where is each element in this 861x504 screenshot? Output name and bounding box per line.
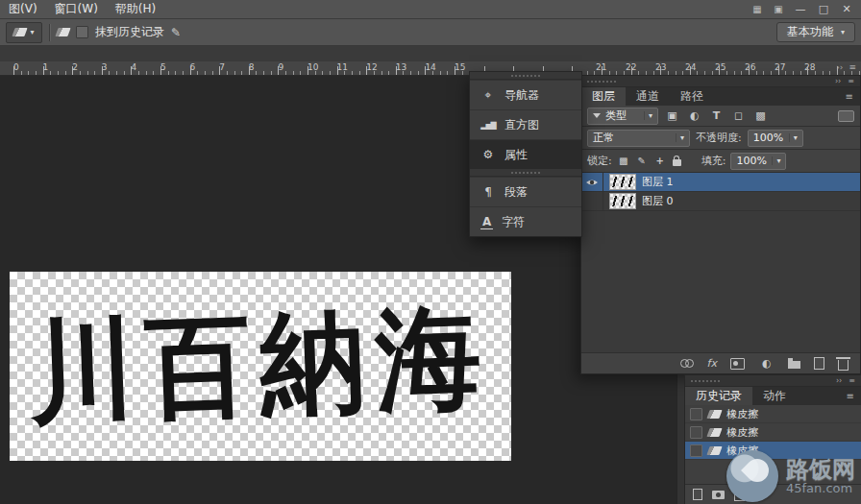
- screen-mode-icon[interactable]: ▣: [769, 4, 788, 14]
- history-step[interactable]: 橡皮擦: [685, 423, 861, 442]
- history-source-checkbox[interactable]: [690, 426, 702, 439]
- workspace-button[interactable]: 基本功能 ▾: [776, 22, 855, 42]
- ruler-number: 4: [131, 62, 136, 72]
- panel-button-navigator[interactable]: ⌖ 导航器: [470, 80, 581, 109]
- dropdown-arrow-icon: ▾: [644, 111, 652, 120]
- new-layer-icon[interactable]: [814, 357, 824, 370]
- history-source-checkbox[interactable]: [690, 408, 702, 420]
- tool-preset-button[interactable]: ▾: [6, 22, 42, 43]
- new-group-icon[interactable]: [788, 361, 800, 369]
- ruler-number: 6: [190, 62, 196, 72]
- ruler-number: 23: [655, 62, 666, 72]
- tab-actions[interactable]: 动作: [752, 387, 797, 405]
- collapse-panel-icon[interactable]: ››: [835, 77, 841, 86]
- panel-button-histogram[interactable]: ▂▅▇ 直方图: [470, 109, 581, 139]
- dock-header[interactable]: ›› ≡: [581, 76, 860, 87]
- blend-mode-select[interactable]: 正常 ▾: [587, 130, 690, 147]
- ruler-number: 14: [425, 62, 435, 72]
- new-document-from-state-icon[interactable]: [693, 489, 702, 500]
- filter-icon: [593, 113, 601, 118]
- workspace-label: 基本功能: [787, 24, 833, 40]
- layer-style-icon[interactable]: fx: [707, 357, 717, 370]
- arrange-documents-icon[interactable]: ▦: [748, 4, 767, 14]
- panel-options-icon[interactable]: ≡: [849, 376, 855, 386]
- menu-view[interactable]: 图(V): [0, 0, 46, 18]
- ruler-number: 26: [745, 62, 755, 72]
- minimize-button[interactable]: —: [790, 0, 811, 18]
- menu-help[interactable]: 帮助(H): [107, 0, 164, 18]
- filter-pixel-layers-icon[interactable]: ▣: [664, 109, 680, 122]
- menu-window[interactable]: 窗口(W): [46, 0, 107, 18]
- eraser-icon: [706, 410, 722, 419]
- visibility-toggle[interactable]: [581, 173, 603, 191]
- filter-toggle-icon[interactable]: [838, 110, 854, 122]
- ruler-number: 0: [13, 62, 19, 72]
- ruler: 01234567891011121314152122232425262728: [0, 61, 861, 76]
- adjustment-layer-icon[interactable]: ◐: [758, 357, 775, 370]
- layer-list: 图层 1 图层 0: [581, 173, 860, 352]
- panel-button-label: 导航器: [504, 87, 539, 104]
- delete-layer-icon[interactable]: [838, 360, 849, 371]
- tab-history[interactable]: 历史记录: [685, 387, 752, 405]
- separator: [49, 24, 50, 41]
- lock-pixels-icon[interactable]: ✎: [635, 156, 649, 166]
- tab-channels[interactable]: 通道: [626, 87, 670, 106]
- panel-button-character[interactable]: A 字符: [470, 206, 581, 236]
- eraser-tool-icon[interactable]: [55, 28, 70, 36]
- layer-thumbnail[interactable]: [609, 174, 636, 190]
- restore-button[interactable]: □: [813, 0, 834, 18]
- tab-paths[interactable]: 路径: [670, 87, 714, 106]
- tab-layers[interactable]: 图层: [581, 87, 626, 106]
- calligraphy-text: 川百納海: [27, 282, 493, 450]
- lock-all-icon[interactable]: [673, 159, 681, 166]
- panel-button-paragraph[interactable]: ¶ 段落: [470, 177, 581, 206]
- close-button[interactable]: ✕: [836, 0, 857, 18]
- layer-row[interactable]: 图层 0: [581, 192, 860, 211]
- history-source-checkbox[interactable]: [690, 444, 702, 457]
- visibility-toggle[interactable]: [581, 192, 603, 210]
- dock-menu-icon[interactable]: ≡: [849, 62, 856, 72]
- panel-menu-icon[interactable]: ≡: [847, 391, 854, 401]
- fill-select[interactable]: 100% ▾: [730, 153, 786, 170]
- eraser-icon: [706, 428, 722, 437]
- opacity-select[interactable]: 100% ▾: [748, 130, 803, 147]
- ruler-number: 11: [337, 62, 348, 72]
- filter-type-layers-icon[interactable]: T: [708, 109, 725, 122]
- link-layers-icon[interactable]: [680, 359, 694, 368]
- panel-grip[interactable]: [470, 169, 581, 177]
- panel-button-label: 段落: [504, 184, 528, 201]
- brush-panel-icon[interactable]: ✎: [171, 26, 181, 39]
- history-step-label: 橡皮擦: [726, 407, 758, 421]
- ruler-number: 3: [102, 62, 108, 72]
- filter-shape-layers-icon[interactable]: ◻: [730, 109, 747, 122]
- kind-filter-select[interactable]: 类型 ▾: [587, 108, 658, 125]
- canvas-document[interactable]: 川百納海: [10, 272, 511, 461]
- layer-thumbnail[interactable]: [609, 193, 636, 209]
- collapse-dock-icon[interactable]: ››: [836, 62, 843, 72]
- filter-adjustment-layers-icon[interactable]: ◐: [686, 109, 702, 122]
- ruler-number: 15: [455, 62, 465, 72]
- panel-options-icon[interactable]: ≡: [848, 77, 854, 86]
- filter-smart-objects-icon[interactable]: ▩: [752, 109, 769, 122]
- blend-row: 正常 ▾ 不透明度: 100% ▾: [581, 127, 860, 150]
- new-snapshot-icon[interactable]: [712, 491, 725, 499]
- grip-dots-icon: [511, 172, 540, 174]
- ruler-number: 12: [366, 62, 377, 72]
- add-mask-icon[interactable]: [730, 358, 745, 370]
- collapse-panel-icon[interactable]: ››: [836, 376, 842, 386]
- layer-row[interactable]: 图层 1: [581, 173, 860, 192]
- lock-position-icon[interactable]: +: [653, 156, 667, 166]
- panel-button-properties[interactable]: ⚙ 属性: [470, 139, 581, 169]
- history-step[interactable]: 橡皮擦: [685, 405, 861, 423]
- erase-to-history-checkbox[interactable]: [76, 26, 88, 38]
- panel-menu-icon[interactable]: ≡: [846, 91, 853, 102]
- eraser-icon: [12, 28, 28, 36]
- site-url: 45fan.com: [786, 482, 852, 495]
- dock-header[interactable]: ›› ≡: [685, 375, 861, 387]
- lock-transparency-icon[interactable]: ▩: [617, 156, 630, 166]
- thumbnail-art: [612, 177, 633, 187]
- panel-grip[interactable]: [470, 72, 581, 80]
- panel-button-label: 直方图: [504, 117, 539, 133]
- layers-tab-bar: 图层 通道 路径 ≡: [581, 87, 860, 106]
- ruler-number: 13: [396, 62, 406, 72]
